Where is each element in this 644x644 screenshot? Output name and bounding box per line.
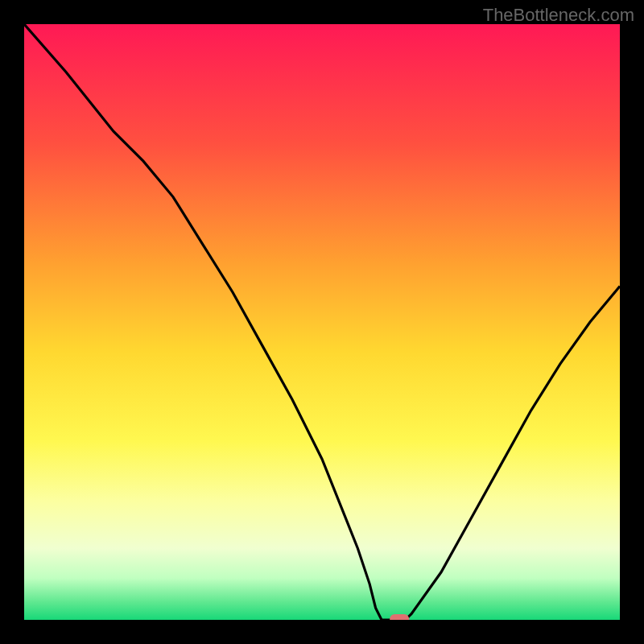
- watermark-text: TheBottleneck.com: [483, 5, 634, 26]
- plot-area: [24, 24, 620, 620]
- chart-svg: [24, 24, 620, 620]
- chart-container: TheBottleneck.com: [0, 0, 644, 644]
- optimal-marker: [390, 614, 409, 620]
- gradient-background: [24, 24, 620, 620]
